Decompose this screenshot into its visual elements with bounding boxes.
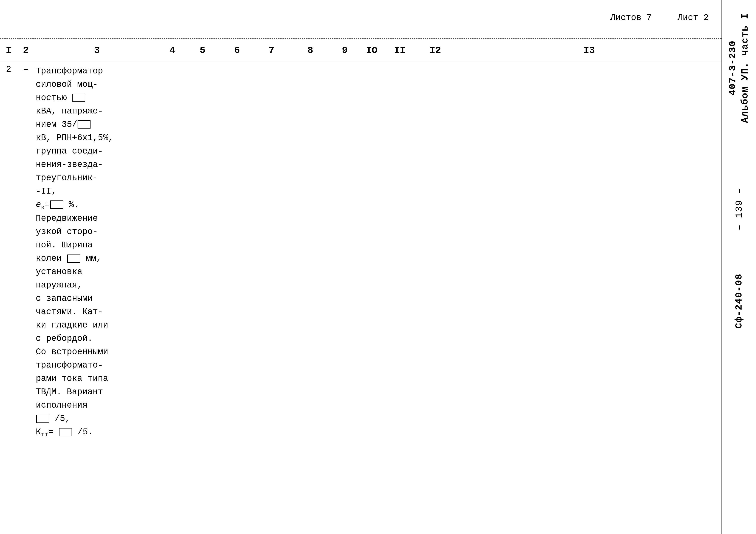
col-header-8: 8 bbox=[289, 45, 332, 56]
cell-row1-col12 bbox=[414, 63, 457, 67]
col-header-13: I3 bbox=[457, 45, 721, 56]
sidebar-text-bottom: Сф-240-08 bbox=[733, 273, 745, 329]
sidebar-text-middle: – 139 – bbox=[734, 188, 744, 230]
sheets-label: Листов 7 bbox=[610, 13, 652, 23]
box-ek bbox=[50, 200, 63, 209]
cell-row1-col2: – bbox=[17, 63, 35, 76]
col-header-4: 4 bbox=[159, 45, 185, 56]
cell-row1-col1: 2 bbox=[0, 63, 17, 76]
cell-row1-col7 bbox=[254, 63, 289, 67]
cell-row1-col9 bbox=[332, 63, 358, 67]
cell-row1-col6 bbox=[220, 63, 254, 67]
cell-row1-col3: Трансформатор силовой мощ- ностью кВА, н… bbox=[35, 63, 159, 442]
main-content: Листов 7 Лист 2 I 2 3 4 5 6 7 8 9 IO II … bbox=[0, 0, 721, 534]
col-header-3: 3 bbox=[35, 45, 159, 56]
cell-row1-col4 bbox=[159, 63, 185, 67]
box-ktt bbox=[59, 428, 72, 436]
dashed-line bbox=[0, 38, 721, 39]
page: Листов 7 Лист 2 I 2 3 4 5 6 7 8 9 IO II … bbox=[0, 0, 756, 534]
cell-row1-col13 bbox=[457, 63, 721, 67]
col-header-10: IO bbox=[358, 45, 386, 56]
box-kva bbox=[72, 94, 85, 102]
right-sidebar: 407-3-230Альбом УП. часть I – 139 – Сф-2… bbox=[721, 0, 756, 534]
sheet-label: Лист 2 bbox=[678, 13, 709, 23]
col-header-7: 7 bbox=[254, 45, 289, 56]
cell-row1-col10 bbox=[358, 63, 386, 67]
col-header-1: I bbox=[0, 45, 17, 56]
column-headers-row: I 2 3 4 5 6 7 8 9 IO II I2 I3 bbox=[0, 40, 721, 62]
box-ispoln bbox=[36, 415, 49, 423]
box-kolei bbox=[67, 255, 80, 263]
sidebar-text-top: 407-3-230Альбом УП. часть I bbox=[727, 13, 751, 123]
cell-row1-col8 bbox=[289, 63, 332, 67]
cell-row1-col11 bbox=[386, 63, 414, 67]
col-header-2: 2 bbox=[17, 45, 35, 56]
box-voltage bbox=[78, 120, 91, 129]
header-area: Листов 7 Лист 2 bbox=[610, 13, 709, 23]
col-header-6: 6 bbox=[220, 45, 254, 56]
col-header-12: I2 bbox=[414, 45, 457, 56]
data-row-1: 2 – Трансформатор силовой мощ- ностью кВ… bbox=[0, 63, 721, 442]
col-header-11: II bbox=[386, 45, 414, 56]
col-header-5: 5 bbox=[185, 45, 220, 56]
col-header-9: 9 bbox=[332, 45, 358, 56]
cell-row1-col5 bbox=[185, 63, 220, 67]
